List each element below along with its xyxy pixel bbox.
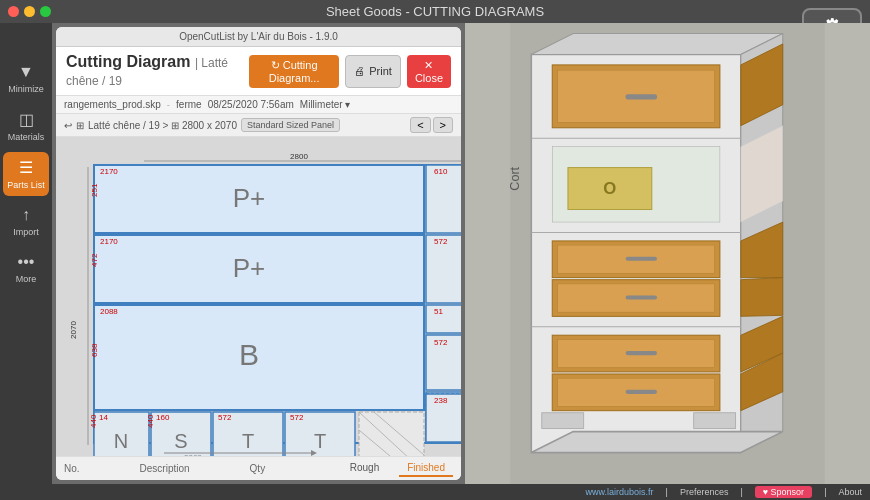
svg-rect-84: [626, 295, 657, 299]
standard-panel-badge: Standard Sized Panel: [241, 118, 340, 132]
breadcrumb-text: Latté chêne / 19 > ⊞ 2800 x 2070: [88, 120, 237, 131]
svg-rect-56: [359, 412, 424, 456]
unit-dropdown[interactable]: Millimeter ▾: [300, 99, 351, 110]
3d-view-svg: O Cort: [465, 23, 870, 484]
tab-rough[interactable]: Rough: [342, 460, 387, 477]
svg-text:B: B: [239, 338, 259, 371]
svg-text:238: 238: [434, 396, 448, 405]
prev-button[interactable]: <: [410, 117, 430, 133]
svg-text:572: 572: [290, 413, 304, 422]
svg-rect-75: [626, 94, 657, 99]
tabs: Rough Finished: [342, 460, 453, 477]
main-content: ▼ Minimize ◫ Materials ☰ Parts List ↑ Im…: [0, 23, 870, 484]
svg-text:O: O: [603, 179, 616, 198]
status-bar: www.lairdubois.fr | Preferences | ♥ Spon…: [0, 484, 870, 500]
svg-text:51: 51: [434, 307, 443, 316]
about-link[interactable]: About: [838, 487, 862, 497]
close-button[interactable]: ✕ Close: [407, 55, 451, 88]
svg-text:S: S: [174, 430, 187, 452]
svg-text:2068: 2068: [184, 453, 202, 456]
col-description: Description: [140, 463, 190, 474]
svg-text:638: 638: [90, 343, 99, 357]
svg-text:T: T: [242, 430, 254, 452]
sidebar: ▼ Minimize ◫ Materials ☰ Parts List ↑ Im…: [0, 23, 52, 484]
sidebar-item-materials-label: Materials: [8, 132, 45, 142]
file-date: 08/25/2020 7:56am: [208, 99, 294, 110]
plugin-title-bar-text: OpenCutList by L'Air du Bois - 1.9.0: [179, 31, 338, 42]
diagram-svg-wrapper: 2800 2070 2170 251 P+ 610 O: [56, 137, 461, 456]
svg-text:572: 572: [218, 413, 232, 422]
parts-list-icon: ☰: [19, 158, 33, 177]
svg-text:472: 472: [90, 253, 99, 267]
sidebar-item-materials[interactable]: ◫ Materials: [3, 104, 49, 148]
svg-text:2170: 2170: [100, 167, 118, 176]
svg-text:2800: 2800: [290, 152, 308, 161]
svg-text:251: 251: [90, 183, 99, 197]
svg-rect-87: [626, 351, 657, 355]
printer-icon: 🖨: [354, 65, 365, 77]
svg-text:P+: P+: [233, 253, 266, 283]
view-3d: O Cort: [465, 23, 870, 484]
status-sep2: |: [740, 487, 742, 497]
sidebar-item-minimize[interactable]: ▼ Minimize: [3, 57, 49, 100]
sidebar-item-parts-label: Parts List: [7, 180, 45, 190]
column-headers: No. Description Qty: [64, 463, 265, 474]
diagram-nav: ↩ ⊞ Latté chêne / 19 > ⊞ 2800 x 2070 Sta…: [56, 114, 461, 137]
nav-arrows: < >: [410, 117, 453, 133]
svg-rect-91: [542, 413, 584, 429]
svg-rect-90: [626, 390, 657, 394]
svg-text:Cort: Cort: [508, 166, 522, 190]
svg-rect-92: [694, 413, 736, 429]
svg-text:440: 440: [146, 414, 155, 428]
col-no: No.: [64, 463, 80, 474]
plugin-subheader: rangements_prod.skp - ferme 08/25/2020 7…: [56, 96, 461, 114]
print-button[interactable]: 🖨 Print: [345, 55, 401, 88]
diagram-area: 2800 2070 2170 251 P+ 610 O: [56, 137, 461, 456]
cutting-diagram-button[interactable]: ↻ Cutting Diagram...: [249, 55, 339, 88]
preferences-link[interactable]: Preferences: [680, 487, 729, 497]
header-buttons: ↻ Cutting Diagram... 🖨 Print ✕ Close: [249, 55, 451, 88]
sidebar-item-parts-list[interactable]: ☰ Parts List: [3, 152, 49, 196]
status-sep3: |: [824, 487, 826, 497]
plugin-title: Cutting Diagram: [66, 53, 190, 70]
import-icon: ↑: [22, 206, 30, 224]
col-qty: Qty: [250, 463, 266, 474]
svg-marker-67: [531, 33, 782, 54]
materials-icon: ◫: [19, 110, 34, 129]
title-bar-text: Sheet Goods - CUTTING DIAGRAMS: [326, 4, 544, 19]
svg-rect-21: [426, 305, 461, 333]
svg-text:572: 572: [434, 338, 448, 347]
svg-text:572: 572: [434, 237, 448, 246]
svg-rect-81: [626, 257, 657, 261]
back-icon[interactable]: ↩: [64, 120, 72, 131]
tab-finished[interactable]: Finished: [399, 460, 453, 477]
plugin-header: Cutting Diagram | Latté chêne / 19 ↻ Cut…: [56, 47, 461, 96]
svg-text:P+: P+: [233, 183, 266, 213]
breadcrumb: ↩ ⊞ Latté chêne / 19 > ⊞ 2800 x 2070 Sta…: [64, 118, 340, 132]
more-icon: •••: [18, 253, 35, 271]
svg-text:2088: 2088: [100, 307, 118, 316]
sidebar-item-more-label: More: [16, 274, 37, 284]
bottom-area: No. Description Qty Rough Finished: [56, 456, 461, 480]
svg-text:N: N: [114, 430, 128, 452]
sidebar-item-import-label: Import: [13, 227, 39, 237]
svg-text:14: 14: [99, 413, 108, 422]
status-sep1: |: [666, 487, 668, 497]
sidebar-item-import[interactable]: ↑ Import: [3, 200, 49, 243]
svg-text:2170: 2170: [100, 237, 118, 246]
plugin-title-group: Cutting Diagram | Latté chêne / 19: [66, 53, 249, 89]
svg-marker-96: [741, 278, 783, 317]
sheet-icon: ⊞: [76, 120, 84, 131]
svg-text:160: 160: [156, 413, 170, 422]
lairdubois-link[interactable]: www.lairdubois.fr: [586, 487, 654, 497]
sponsor-button[interactable]: ♥ Sponsor: [755, 486, 812, 498]
svg-text:440: 440: [89, 414, 98, 428]
keyword-ferme: ferme: [176, 99, 202, 110]
title-bar: Sheet Goods - CUTTING DIAGRAMS: [0, 0, 870, 23]
next-button[interactable]: >: [433, 117, 453, 133]
plugin-window: OpenCutList by L'Air du Bois - 1.9.0 Cut…: [56, 27, 461, 480]
sidebar-item-more[interactable]: ••• More: [3, 247, 49, 290]
svg-text:610: 610: [434, 167, 448, 176]
svg-text:T: T: [314, 430, 326, 452]
svg-text:2070: 2070: [69, 321, 78, 339]
